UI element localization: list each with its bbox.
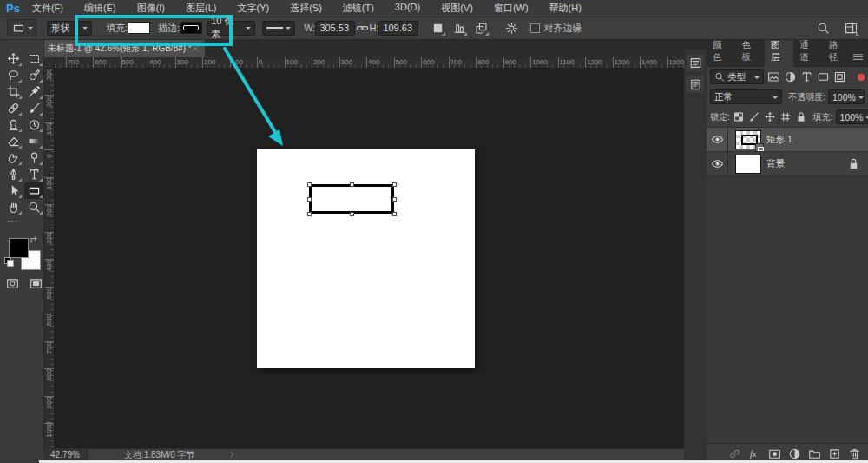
layer-style-icon[interactable]: fx bbox=[748, 446, 761, 460]
workspace-switcher-icon[interactable] bbox=[842, 19, 859, 36]
adjustment-layer-filter-icon[interactable] bbox=[783, 70, 797, 84]
height-input[interactable]: 109.63 bbox=[378, 21, 418, 36]
dodge-tool[interactable] bbox=[24, 149, 43, 166]
lasso-tool[interactable] bbox=[3, 67, 23, 83]
shape-layer-filter-icon[interactable] bbox=[816, 70, 830, 84]
fill-opacity-select[interactable]: 100% bbox=[836, 109, 868, 124]
stroke-color-swatch[interactable] bbox=[180, 22, 202, 34]
properties-panel-icon[interactable] bbox=[687, 76, 704, 93]
opacity-select[interactable]: 100% bbox=[828, 89, 865, 104]
pen-tool[interactable] bbox=[3, 166, 23, 182]
delete-layer-icon[interactable] bbox=[848, 446, 861, 460]
menu-item[interactable]: 文字(Y) bbox=[237, 2, 269, 15]
foreground-color-swatch[interactable] bbox=[9, 238, 29, 258]
rectangle-shape[interactable] bbox=[309, 184, 394, 214]
transform-handle[interactable] bbox=[307, 182, 312, 187]
new-layer-icon[interactable] bbox=[828, 446, 841, 460]
pixel-layer-filter-icon[interactable] bbox=[766, 70, 780, 84]
smart-object-filter-icon[interactable] bbox=[832, 70, 846, 84]
clone-stamp-tool[interactable] bbox=[3, 116, 23, 133]
default-colors-icon[interactable] bbox=[4, 257, 12, 265]
stroke-width-select[interactable]: 10 像素 bbox=[207, 21, 255, 36]
horizontal-ruler[interactable]: 7006005004003002001000100200300400500600… bbox=[55, 57, 684, 69]
layer-filter-toggle[interactable] bbox=[858, 74, 865, 81]
layer-mask-icon[interactable] bbox=[768, 446, 781, 460]
edit-toolbar-button[interactable]: ··· bbox=[7, 216, 18, 226]
stroke-type-select[interactable] bbox=[262, 21, 295, 36]
menu-item[interactable]: 图像(I) bbox=[137, 2, 165, 15]
lock-all-icon[interactable] bbox=[795, 110, 807, 124]
panel-tab-通道[interactable]: 通道 bbox=[793, 36, 822, 67]
rectangle-tool[interactable] bbox=[24, 182, 43, 199]
status-options-chevron-icon[interactable] bbox=[228, 451, 236, 459]
eyedropper-tool[interactable] bbox=[24, 83, 43, 100]
link-layers-icon[interactable] bbox=[728, 446, 741, 460]
menu-item[interactable]: 滤镜(T) bbox=[343, 2, 374, 15]
fill-color-swatch[interactable] bbox=[128, 22, 150, 34]
eraser-tool[interactable] bbox=[3, 133, 23, 149]
smudge-tool[interactable] bbox=[3, 149, 23, 166]
transform-handle[interactable] bbox=[307, 197, 312, 202]
menu-item[interactable]: 视图(V) bbox=[441, 2, 473, 15]
document-canvas[interactable] bbox=[257, 149, 475, 368]
panel-menu-icon[interactable] bbox=[852, 50, 865, 63]
brush-tool[interactable] bbox=[24, 100, 43, 116]
rectangular-marquee-tool[interactable] bbox=[24, 50, 43, 67]
transform-handle[interactable] bbox=[392, 197, 397, 202]
panel-tab-路径[interactable]: 路径 bbox=[823, 36, 852, 67]
lock-image-icon[interactable] bbox=[748, 110, 760, 124]
path-operations-icon[interactable] bbox=[429, 19, 446, 36]
document-tab[interactable]: 未标题-1 @ 42.6%(矩形 1, RGB/8#) * bbox=[43, 40, 205, 57]
layer-row[interactable]: 矩形 1 bbox=[707, 128, 868, 152]
close-icon[interactable] bbox=[192, 45, 201, 52]
transform-handle[interactable] bbox=[307, 212, 312, 216]
path-arrangement-icon[interactable] bbox=[472, 19, 490, 36]
lock-position-icon[interactable] bbox=[764, 110, 776, 124]
transform-handle[interactable] bbox=[350, 212, 354, 216]
layer-visibility-toggle[interactable] bbox=[707, 152, 728, 175]
path-selection-tool[interactable] bbox=[3, 182, 23, 199]
tool-mode-select[interactable]: 形状 bbox=[47, 21, 92, 36]
history-brush-tool[interactable] bbox=[24, 116, 43, 133]
layer-filter-select[interactable]: 类型 bbox=[710, 69, 764, 84]
geometry-options-icon[interactable] bbox=[503, 19, 520, 36]
menu-item[interactable]: 选择(S) bbox=[290, 2, 322, 15]
panel-tab-色板[interactable]: 色板 bbox=[735, 36, 764, 67]
menu-item[interactable]: 文件(F) bbox=[32, 2, 63, 15]
zoom-tool[interactable] bbox=[24, 199, 43, 215]
menu-item[interactable]: 窗口(W) bbox=[494, 2, 529, 15]
lock-transparent-icon[interactable] bbox=[733, 110, 745, 124]
transform-handle[interactable] bbox=[392, 212, 397, 216]
move-tool[interactable] bbox=[3, 50, 23, 67]
spot-healing-brush-tool[interactable] bbox=[3, 100, 23, 116]
menu-item[interactable]: 编辑(E) bbox=[84, 2, 116, 15]
new-group-icon[interactable] bbox=[808, 446, 821, 460]
canvas-pasteboard[interactable] bbox=[55, 69, 684, 448]
link-wh-icon[interactable] bbox=[355, 19, 369, 36]
type-layer-filter-icon[interactable] bbox=[799, 70, 813, 84]
layer-visibility-toggle[interactable] bbox=[707, 128, 728, 151]
vertical-ruler[interactable]: 3002001000100200300400500600700800900100… bbox=[43, 69, 55, 448]
width-input[interactable]: 305.53 bbox=[315, 21, 355, 36]
lock-artboard-icon[interactable] bbox=[779, 110, 792, 124]
screen-mode-icon[interactable] bbox=[27, 274, 44, 292]
layer-thumbnail[interactable] bbox=[735, 130, 761, 149]
crop-tool[interactable] bbox=[3, 83, 23, 100]
path-alignment-icon[interactable] bbox=[450, 19, 468, 36]
transform-handle[interactable] bbox=[392, 182, 397, 187]
panel-tab-颜色[interactable]: 颜色 bbox=[707, 36, 735, 67]
menu-item[interactable]: 图层(L) bbox=[186, 2, 216, 15]
swap-colors-icon[interactable]: ⇄ bbox=[30, 235, 36, 244]
adjustment-layer-icon[interactable] bbox=[788, 446, 801, 460]
menu-item[interactable]: 帮助(H) bbox=[549, 2, 582, 15]
quick-mask-icon[interactable] bbox=[3, 274, 21, 292]
menu-item[interactable]: 3D(D) bbox=[395, 2, 420, 15]
zoom-level-input[interactable]: 42.79% bbox=[43, 449, 88, 460]
hand-tool[interactable] bbox=[3, 199, 23, 215]
transform-handle[interactable] bbox=[350, 182, 354, 187]
blend-mode-select[interactable]: 正常 bbox=[710, 89, 782, 104]
layer-thumbnail[interactable] bbox=[735, 155, 761, 174]
history-panel-icon[interactable] bbox=[687, 54, 704, 71]
type-tool[interactable] bbox=[24, 166, 43, 182]
layer-row[interactable]: 背景 bbox=[707, 152, 868, 176]
